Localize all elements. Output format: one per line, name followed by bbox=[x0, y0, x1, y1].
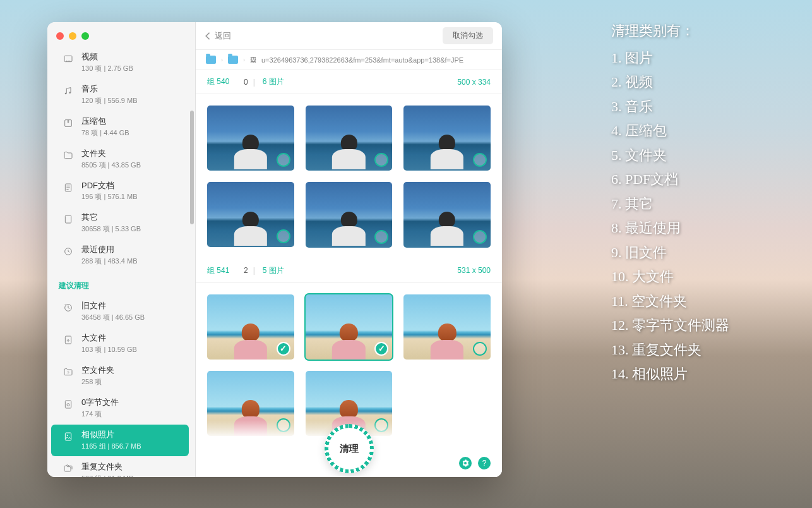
person-silhouette bbox=[431, 324, 463, 360]
folder-icon[interactable] bbox=[206, 56, 216, 64]
thumbnail[interactable] bbox=[403, 182, 491, 247]
group-photos-count: 5 图片 bbox=[263, 265, 284, 276]
sidebar-title: 音乐 bbox=[81, 84, 181, 95]
annotation-item: 10. 大文件 bbox=[611, 265, 794, 289]
annotation-item: 13. 重复文件夹 bbox=[611, 338, 794, 363]
sidebar-category-1[interactable]: 音乐 120 项 | 556.9 MB bbox=[51, 79, 189, 111]
sidebar-category-5[interactable]: 其它 30658 项 | 5.33 GB bbox=[51, 207, 189, 239]
archive-icon bbox=[63, 118, 74, 129]
annotation-item: 1. 图片 bbox=[611, 46, 794, 71]
thumbnail-grid bbox=[196, 94, 502, 259]
person-silhouette bbox=[234, 212, 267, 248]
sidebar-suggestion-5[interactable]: 重复文件夹 503 组 | 91.2 MB bbox=[51, 457, 189, 477]
selection-checkbox[interactable] bbox=[277, 229, 290, 243]
sidebar-sub: 196 项 | 576.1 MB bbox=[81, 192, 181, 202]
thumbnail[interactable] bbox=[306, 182, 393, 247]
selection-checkbox[interactable] bbox=[277, 153, 290, 167]
thumbnail[interactable] bbox=[207, 106, 294, 171]
back-button[interactable]: 返回 bbox=[205, 30, 231, 42]
recent-icon bbox=[63, 246, 74, 257]
sidebar-title: 其它 bbox=[81, 212, 181, 223]
sidebar-category-2[interactable]: 压缩包 78 项 | 4.44 GB bbox=[51, 111, 189, 143]
sidebar-text: 视频 130 项 | 2.75 GB bbox=[81, 52, 181, 73]
svg-rect-15 bbox=[65, 433, 71, 440]
empty-icon: ? bbox=[63, 366, 74, 378]
path-separator: › bbox=[221, 57, 223, 63]
svg-point-1 bbox=[66, 61, 67, 61]
sidebar-category-3[interactable]: 文件夹 8505 项 | 43.85 GB bbox=[51, 143, 189, 175]
sidebar-title: 大文件 bbox=[81, 333, 181, 344]
sidebar-suggestion-3[interactable]: 0字节文件 174 项 bbox=[51, 392, 189, 424]
thumbnail[interactable] bbox=[403, 106, 491, 171]
clean-button[interactable]: 清理 bbox=[325, 424, 374, 473]
traffic-lights bbox=[47, 22, 195, 46]
group-header: 组 540 0 | 6 图片 500 x 334 bbox=[196, 70, 502, 94]
thumbnail[interactable] bbox=[207, 294, 294, 360]
sidebar-category-0[interactable]: 视频 130 项 | 2.75 GB bbox=[51, 47, 189, 78]
close-window-button[interactable] bbox=[56, 32, 64, 40]
thumbnail[interactable] bbox=[207, 182, 294, 247]
thumbnail[interactable] bbox=[306, 106, 393, 171]
sidebar-text: 音乐 120 项 | 556.9 MB bbox=[81, 84, 181, 106]
selection-checkbox[interactable] bbox=[277, 342, 290, 356]
similar-icon bbox=[63, 431, 74, 442]
sidebar-sub: 30658 项 | 5.33 GB bbox=[81, 224, 181, 234]
group-selected-count: 2 bbox=[244, 266, 248, 275]
annotation-item: 3. 音乐 bbox=[611, 95, 794, 119]
big-icon bbox=[63, 334, 74, 346]
sidebar-title: 文件夹 bbox=[81, 148, 181, 159]
sidebar-text: 压缩包 78 项 | 4.44 GB bbox=[81, 116, 181, 138]
minimize-window-button[interactable] bbox=[69, 32, 76, 40]
help-icon[interactable]: ? bbox=[478, 457, 491, 469]
person-silhouette bbox=[332, 212, 365, 248]
sidebar-sub: 103 项 | 10.59 GB bbox=[81, 345, 181, 354]
sidebar-text: 空文件夹 258 项 bbox=[81, 365, 181, 387]
sidebar-title: 重复文件夹 bbox=[81, 462, 181, 473]
group-dimensions: 531 x 500 bbox=[457, 266, 491, 275]
sidebar-category-6[interactable]: 最近使用 288 项 | 483.4 MB bbox=[51, 239, 189, 271]
folder-icon bbox=[63, 150, 74, 161]
folder-icon[interactable] bbox=[228, 56, 238, 64]
annotation-item: 6. PDF文档 bbox=[611, 167, 794, 192]
sidebar-text: PDF文档 196 项 | 576.1 MB bbox=[81, 181, 181, 202]
sidebar-text: 其它 30658 项 | 5.33 GB bbox=[81, 212, 181, 234]
sidebar-text: 旧文件 36458 项 | 46.65 GB bbox=[81, 301, 181, 322]
svg-rect-8 bbox=[65, 215, 71, 223]
maximize-window-button[interactable] bbox=[81, 32, 89, 40]
scrollbar[interactable] bbox=[190, 111, 194, 224]
person-silhouette bbox=[332, 324, 365, 360]
person-silhouette bbox=[234, 324, 267, 360]
sidebar-suggestion-4[interactable]: 相似照片 1165 组 | 856.7 MB bbox=[51, 425, 189, 456]
svg-point-5 bbox=[69, 92, 71, 94]
group-header: 组 541 2 | 5 图片 531 x 500 bbox=[196, 259, 502, 283]
selection-checkbox[interactable] bbox=[473, 230, 487, 244]
svg-point-16 bbox=[67, 435, 68, 436]
annotation-item: 2. 视频 bbox=[611, 70, 794, 95]
old-icon bbox=[63, 302, 74, 313]
sidebar-suggestion-0[interactable]: 旧文件 36458 项 | 46.65 GB bbox=[51, 296, 189, 327]
section-header-suggestions: 建议清理 bbox=[47, 272, 193, 295]
sidebar-content: 视频 130 项 | 2.75 GB 音乐 120 项 | 556.9 MB 压… bbox=[47, 46, 195, 477]
separator bbox=[234, 78, 239, 87]
sidebar-text: 相似照片 1165 组 | 856.7 MB bbox=[81, 430, 181, 451]
annotation-item: 11. 空文件夹 bbox=[611, 289, 794, 314]
settings-icon[interactable] bbox=[459, 457, 472, 469]
separator: | bbox=[253, 266, 255, 275]
sidebar-suggestion-2[interactable]: ? 空文件夹 258 项 bbox=[51, 360, 189, 392]
sidebar-suggestion-1[interactable]: 大文件 103 项 | 10.59 GB bbox=[51, 328, 189, 360]
thumbnail[interactable] bbox=[403, 294, 491, 360]
pathbar: › › 🖼 u=3264963736,2793822663&fm=253&fmt… bbox=[196, 50, 502, 70]
sidebar-sub: 174 项 bbox=[81, 409, 181, 419]
thumbnail[interactable] bbox=[306, 294, 393, 360]
sidebar-title: 旧文件 bbox=[81, 301, 181, 311]
selection-checkbox[interactable] bbox=[374, 230, 388, 244]
group-label: 组 541 bbox=[207, 265, 229, 276]
selection-checkbox[interactable] bbox=[473, 342, 487, 356]
group-dimensions: 500 x 334 bbox=[457, 78, 491, 87]
sidebar-category-4[interactable]: PDF文档 196 项 | 576.1 MB bbox=[51, 176, 189, 207]
person-silhouette bbox=[431, 212, 463, 248]
selection-checkbox[interactable] bbox=[374, 342, 388, 356]
cancel-selection-button[interactable]: 取消勾选 bbox=[443, 27, 493, 44]
other-icon bbox=[63, 214, 74, 225]
annotation-item: 7. 其它 bbox=[611, 192, 794, 217]
